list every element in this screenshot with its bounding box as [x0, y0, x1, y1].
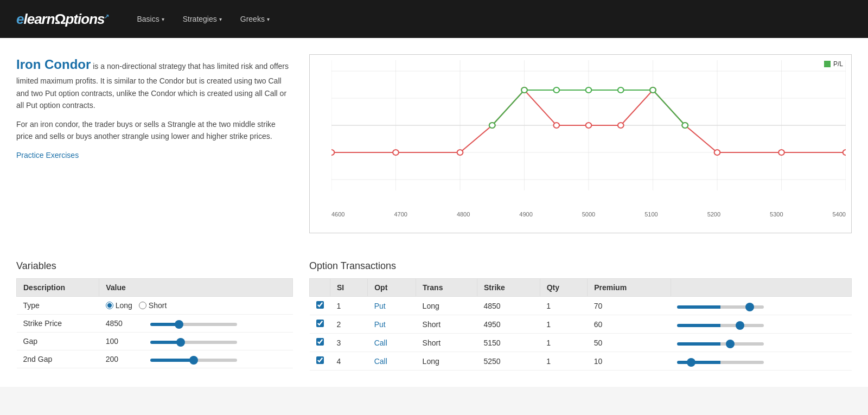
- row4-trans: Long: [416, 352, 477, 371]
- main-content: Iron Condor is a non-directional strateg…: [0, 38, 868, 260]
- chart-legend: P/L: [824, 60, 843, 68]
- strike-slider-cell: [144, 315, 293, 333]
- svg-point-26: [618, 123, 624, 128]
- chart-x-labels: 4600 4700 4800 4900 5000 5100 5200 5300 …: [331, 211, 846, 218]
- row3-opt: Call: [368, 334, 416, 352]
- row2-checkbox[interactable]: [316, 320, 324, 327]
- legend-label: P/L: [833, 60, 843, 68]
- strategies-arrow-icon: ▾: [219, 16, 222, 22]
- chart-svg: 200 100 0 -100 -200: [331, 60, 846, 207]
- svg-point-38: [682, 123, 688, 128]
- svg-point-33: [521, 87, 527, 93]
- row4-slider-cell: [671, 352, 851, 371]
- row3-slider-cell: [671, 334, 851, 352]
- row1-opt: Put: [368, 297, 416, 315]
- gap-slider-cell: [144, 333, 293, 350]
- svg-point-29: [714, 150, 720, 155]
- svg-point-36: [618, 87, 624, 93]
- nav-basics[interactable]: Basics ▾: [130, 10, 170, 28]
- logo: elearnΩptions↗: [16, 11, 108, 28]
- long-radio-label[interactable]: Long: [106, 301, 132, 310]
- svg-point-31: [843, 150, 846, 155]
- greeks-arrow-icon: ▾: [267, 16, 270, 22]
- long-label: Long: [116, 301, 132, 310]
- row1-slider-cell: [671, 297, 851, 315]
- variable-2ndgap-row: 2nd Gap 200: [17, 350, 293, 368]
- col-trans: Trans: [416, 279, 477, 297]
- table-row: 3 Call Short 5150 1 50: [310, 334, 852, 352]
- transactions-title: Option Transactions: [309, 260, 852, 272]
- short-radio-label[interactable]: Short: [139, 301, 167, 310]
- row1-premium-slider[interactable]: [677, 305, 764, 309]
- row3-opt-link[interactable]: Call: [374, 339, 387, 347]
- svg-point-37: [650, 87, 656, 93]
- nav-greeks[interactable]: Greeks ▾: [234, 10, 276, 28]
- row2-si: 2: [330, 315, 368, 334]
- row2-qty: 1: [540, 315, 588, 334]
- row3-premium: 50: [588, 334, 671, 352]
- gap-slider[interactable]: [150, 341, 237, 344]
- row3-checkbox[interactable]: [316, 338, 324, 346]
- row4-opt: Call: [368, 352, 416, 371]
- row3-si: 3: [330, 334, 368, 352]
- transactions-section: Option Transactions SI Opt Trans Strike …: [309, 260, 852, 371]
- svg-point-20: [393, 150, 399, 155]
- col-slider: [671, 279, 851, 297]
- short-radio[interactable]: [139, 302, 146, 309]
- row2-strike: 4950: [477, 315, 540, 334]
- col-opt: Opt: [368, 279, 416, 297]
- gap2-label: 2nd Gap: [17, 350, 99, 368]
- variables-title: Variables: [16, 260, 293, 272]
- row3-qty: 1: [540, 334, 588, 352]
- strike-value: 4850: [99, 315, 144, 333]
- svg-point-35: [586, 87, 592, 93]
- row3-trans: Short: [416, 334, 477, 352]
- header: elearnΩptions↗ Basics ▾ Strategies ▾ Gre…: [0, 0, 868, 38]
- variables-col-value: Value: [99, 279, 293, 297]
- type-label: Type: [17, 297, 99, 315]
- type-radio-group: Long Short: [106, 301, 286, 310]
- variables-table: Description Value Type Long: [16, 278, 293, 368]
- row4-si: 4: [330, 352, 368, 371]
- row2-opt: Put: [368, 315, 416, 334]
- row3-premium-slider[interactable]: [677, 342, 764, 346]
- svg-point-30: [778, 150, 784, 155]
- pl-chart: P/L 200 100: [309, 54, 852, 233]
- row1-checkbox[interactable]: [316, 301, 324, 309]
- col-qty: Qty: [540, 279, 588, 297]
- strike-label: Strike Price: [17, 315, 99, 333]
- gap2-slider[interactable]: [150, 359, 237, 362]
- svg-point-32: [489, 123, 495, 128]
- col-premium: Premium: [588, 279, 671, 297]
- row4-premium-slider[interactable]: [677, 361, 764, 364]
- transactions-table: SI Opt Trans Strike Qty Premium 1 Put Lo…: [309, 278, 852, 371]
- svg-point-19: [331, 150, 334, 155]
- bottom-content: Variables Description Value Type Long: [0, 260, 868, 387]
- col-strike: Strike: [477, 279, 540, 297]
- main-nav: Basics ▾ Strategies ▾ Greeks ▾: [130, 10, 276, 28]
- practice-exercises-link[interactable]: Practice Exercises: [16, 151, 79, 159]
- variable-strike-row: Strike Price 4850: [17, 315, 293, 333]
- row2-checkbox-cell: [310, 315, 330, 334]
- row2-premium: 60: [588, 315, 671, 334]
- table-row: 4 Call Long 5250 1 10: [310, 352, 852, 371]
- svg-point-24: [553, 123, 559, 128]
- strike-price-slider[interactable]: [150, 323, 237, 326]
- long-radio[interactable]: [106, 302, 113, 309]
- row4-checkbox-cell: [310, 352, 330, 371]
- row2-premium-slider[interactable]: [677, 324, 764, 327]
- col-checkbox: [310, 279, 330, 297]
- nav-strategies[interactable]: Strategies ▾: [176, 10, 228, 28]
- legend-color-box: [824, 61, 831, 67]
- svg-point-21: [457, 150, 463, 155]
- svg-point-34: [553, 87, 559, 93]
- row1-opt-link[interactable]: Put: [374, 302, 386, 310]
- row2-opt-link[interactable]: Put: [374, 320, 386, 329]
- variables-section: Variables Description Value Type Long: [16, 260, 293, 371]
- row1-checkbox-cell: [310, 297, 330, 315]
- row1-qty: 1: [540, 297, 588, 315]
- gap-label: Gap: [17, 333, 99, 350]
- row3-checkbox-cell: [310, 334, 330, 352]
- row4-checkbox[interactable]: [316, 356, 324, 364]
- row4-opt-link[interactable]: Call: [374, 357, 387, 366]
